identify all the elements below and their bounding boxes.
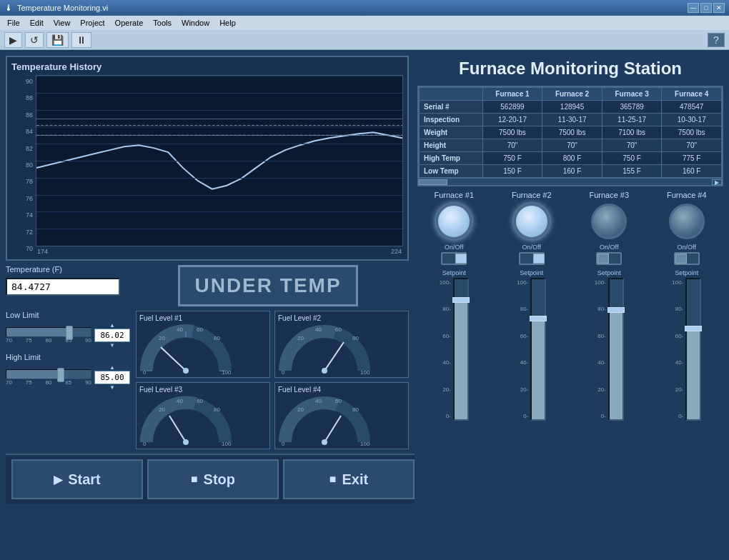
menu-file[interactable]: File — [3, 17, 24, 29]
stop-icon: ■ — [191, 473, 198, 486]
furnace-1-slider[interactable] — [453, 278, 469, 421]
furnace-3-label: Furnace #3 — [589, 191, 629, 199]
svg-text:40: 40 — [315, 326, 322, 333]
menu-help[interactable]: Help — [215, 17, 240, 29]
svg-point-28 — [183, 439, 189, 445]
fuel-svg-4: 0 20 40 60 80 100 — [278, 396, 371, 446]
svg-text:0: 0 — [143, 441, 147, 446]
furnace-2-label: Furnace #2 — [512, 191, 552, 199]
fuel-svg-2: 0 20 40 60 80 100 — [278, 324, 371, 374]
svg-text:100: 100 — [222, 369, 232, 374]
high-limit-value[interactable] — [94, 371, 130, 384]
high-limit-scale: 7075808590 — [6, 379, 91, 386]
furnace-2-toggle[interactable] — [519, 252, 545, 265]
furnace-3-slider[interactable] — [608, 278, 624, 421]
table-row: Weight 7500 lbs 7500 lbs 7100 lbs 7500 l… — [420, 126, 722, 139]
stop-label: Stop — [204, 471, 235, 488]
data-table: Furnace 1 Furnace 2 Furnace 3 Furnace 4 … — [419, 87, 722, 178]
mid-controls: Temperature (F) 84.4727 UNDER TEMP — [6, 265, 409, 306]
table-header-3: Furnace 3 — [602, 88, 662, 101]
main-content: Temperature History 90 88 86 84 82 80 78… — [0, 50, 729, 560]
menu-edit[interactable]: Edit — [26, 17, 48, 29]
under-temp-indicator: UNDER TEMP — [178, 265, 357, 306]
app-window: 🌡 Temperature Monitoring.vi — □ ✕ File E… — [0, 0, 729, 560]
svg-text:40: 40 — [177, 326, 183, 333]
svg-text:60: 60 — [197, 398, 203, 404]
furnace-4-indicator — [669, 204, 705, 239]
high-limit-row: 7075808590 ▲ ▼ — [6, 364, 130, 391]
stop-button[interactable]: ■ Stop — [147, 459, 279, 499]
furnace-4-setpoint-label: Setpoint — [675, 269, 698, 276]
furnace-2-setpoint-label: Setpoint — [520, 269, 543, 276]
menu-tools[interactable]: Tools — [149, 17, 176, 29]
furnace-3-setpoint: Setpoint 100- 80- 60- 40- 20- 0- — [595, 269, 624, 554]
furnace-2-setpoint: Setpoint 100- 80- 60- 40- 20- 0- — [517, 269, 546, 554]
furnace-1-toggle[interactable] — [441, 252, 467, 265]
temp-value: 84.4727 — [6, 278, 120, 296]
chart-container: Temperature History 90 88 86 84 82 80 78… — [6, 56, 409, 261]
close-button[interactable]: ✕ — [713, 3, 725, 13]
low-limit-slider[interactable] — [6, 327, 91, 337]
low-limit-value[interactable] — [94, 329, 130, 342]
furnace-4-setpoint: Setpoint 100- 80- 60- 40- 20- 0- — [672, 269, 701, 554]
svg-point-20 — [322, 368, 327, 374]
toolbar-refresh[interactable]: ↺ — [25, 32, 44, 48]
menu-view[interactable]: View — [49, 17, 75, 29]
low-limit-control: Low Limit 7075808590 — [6, 311, 130, 349]
furnace-1-label: Furnace #1 — [434, 191, 474, 199]
furnace-3-setpoint-label: Setpoint — [597, 269, 621, 276]
furnace-4-toggle[interactable] — [674, 252, 700, 265]
fuel-gauge-1: Fuel Level #1 — [136, 311, 270, 378]
furnace-2-scale: 100- 80- 60- 40- 20- 0- — [517, 278, 530, 421]
high-limit-control: High Limit 7075808590 — [6, 353, 130, 391]
furnace-col-1: Furnace #1 On/Off Setpoint 100- — [417, 191, 491, 554]
furnace-2-toggle-label: On/Off — [522, 244, 541, 251]
low-limit-down[interactable]: ▼ — [109, 342, 115, 349]
toolbar-pause[interactable]: ⏸ — [71, 32, 91, 48]
svg-text:0: 0 — [282, 441, 285, 446]
station-title: Furnace Monitoring Station — [417, 56, 723, 81]
exit-button[interactable]: ■ Exit — [283, 459, 415, 499]
menu-window[interactable]: Window — [177, 17, 214, 29]
svg-point-12 — [183, 368, 189, 374]
fuel-gauges: Fuel Level #1 — [136, 311, 409, 449]
furnace-col-2: Furnace #2 On/Off Setpoint 100- — [495, 191, 569, 554]
start-button[interactable]: ▶ Start — [11, 459, 143, 499]
furnace-2-slider[interactable] — [530, 278, 546, 421]
minimize-button[interactable]: — — [688, 3, 699, 13]
high-limit-slider[interactable] — [6, 369, 91, 379]
svg-text:80: 80 — [352, 406, 359, 413]
start-label: Start — [68, 471, 101, 488]
toolbar-run[interactable]: ▶ — [4, 32, 22, 48]
maximize-button[interactable]: □ — [700, 3, 712, 13]
table-scrollbar[interactable]: ▶ — [419, 178, 722, 185]
furnace-4-slider[interactable] — [685, 278, 701, 421]
svg-text:60: 60 — [335, 398, 342, 404]
furnace-4-toggle-label: On/Off — [678, 244, 696, 251]
furnace-1-scale: 100- 80- 60- 40- 20- 0- — [440, 278, 453, 421]
high-limit-down[interactable]: ▼ — [109, 384, 115, 391]
title-bar: 🌡 Temperature Monitoring.vi — □ ✕ — [0, 0, 729, 16]
svg-text:60: 60 — [197, 326, 203, 333]
furnace-3-toggle[interactable] — [596, 252, 622, 265]
furnace-1-indicator — [436, 204, 472, 239]
table-row: Height 70" 70" 70" 70" — [420, 139, 722, 152]
fuel-label-2: Fuel Level #2 — [278, 314, 405, 322]
svg-text:20: 20 — [297, 335, 304, 341]
app-icon: 🌡 — [4, 3, 13, 13]
fuel-gauge-4: Fuel Level #4 0 20 40 60 80 100 — [274, 382, 409, 449]
toolbar-help-icon: ? — [708, 33, 725, 47]
furnace-col-3: Furnace #3 On/Off Setpoint 100- — [572, 191, 646, 554]
menu-operate[interactable]: Operate — [111, 17, 148, 29]
chart-title: Temperature History — [11, 61, 403, 72]
low-limit-up[interactable]: ▲ — [109, 322, 115, 329]
limits-fuel-row: Low Limit 7075808590 — [6, 311, 409, 449]
exit-icon: ■ — [329, 473, 337, 486]
toolbar-save[interactable]: 💾 — [46, 32, 69, 48]
svg-text:60: 60 — [335, 326, 342, 333]
table-row: High Temp 750 F 800 F 750 F 775 F — [420, 152, 722, 165]
high-limit-up[interactable]: ▲ — [109, 364, 115, 371]
furnace-2-indicator — [514, 204, 550, 239]
menu-project[interactable]: Project — [76, 17, 109, 29]
svg-line-19 — [324, 342, 344, 371]
